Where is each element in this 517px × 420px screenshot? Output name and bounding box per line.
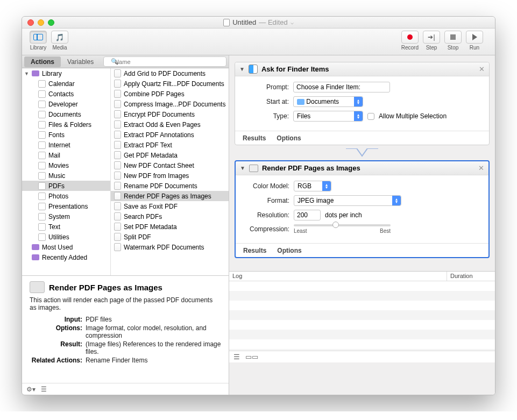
window-close-button[interactable] [27,19,34,26]
options-tab[interactable]: Options [277,247,301,254]
library-item[interactable]: Developer [22,99,110,109]
color-model-label: Color Model: [243,182,289,190]
search-input[interactable] [103,56,226,67]
action-list-item[interactable]: Extract PDF Annotations [111,130,229,140]
results-tab[interactable]: Results [243,134,266,142]
action-list-item[interactable]: Watermark PDF Documents [111,242,229,252]
info-footer: ⚙︎▾ ☰ [22,383,229,395]
library-root[interactable]: ▼Library [22,68,110,79]
start-at-label: Start at: [243,98,289,105]
library-item[interactable]: Files & Folders [22,119,110,130]
tab-variables[interactable]: Variables [61,56,100,67]
window-zoom-button[interactable] [48,19,54,26]
results-tab[interactable]: Results [243,247,266,254]
action-list-item[interactable]: Encrypt PDF Documents [111,109,229,119]
allow-multiple-checkbox[interactable] [367,113,374,120]
options-tab[interactable]: Options [277,134,301,142]
library-action-list[interactable]: Add Grid to PDF DocumentsApply Quartz Fi… [111,68,229,275]
library-toggle-button[interactable] [30,31,47,44]
stop-label: Stop [448,45,459,51]
action-list-item[interactable]: Compress Image...PDF Documents [111,99,229,109]
stop-button[interactable] [444,31,462,44]
format-select[interactable]: JPEG image ▴▾ [294,195,401,206]
library-item[interactable]: Fonts [22,130,110,140]
library-item[interactable]: Presentations [22,201,110,211]
info-row-label: Input: [30,316,82,323]
resolution-input[interactable] [294,210,321,220]
action-list-item[interactable]: Apply Quartz Filt...PDF Documents [111,79,229,89]
expand-info-icon[interactable]: ☰ [41,386,47,393]
info-row-value: PDF files [86,316,221,323]
action-list-item[interactable]: Add Grid to PDF Documents [111,68,229,79]
library-item[interactable]: Documents [22,109,110,119]
action-info-panel: Render PDF Pages as Images This action w… [22,275,229,383]
record-button[interactable] [401,31,419,44]
action-list-item[interactable]: Rename PDF Documents [111,181,229,191]
search-icon: 🔍 [111,58,118,65]
prompt-input[interactable] [293,82,390,92]
action-list-item[interactable]: New PDF Contact Sheet [111,160,229,170]
action-large-icon [30,281,45,293]
library-item[interactable]: PDFs [22,181,110,191]
log-view-grid-icon[interactable]: ▭▭ [245,353,258,361]
gear-menu-icon[interactable]: ⚙︎▾ [26,386,36,393]
library-category-list[interactable]: ▼LibraryCalendarContactsDeveloperDocumen… [22,68,111,275]
library-item[interactable]: Mail [22,150,110,160]
color-model-select[interactable]: RGB ▴▾ [294,181,331,191]
start-at-select[interactable]: Documents ▴▾ [293,96,363,107]
stop-icon [450,34,456,40]
media-button[interactable]: 🎵 [51,31,68,44]
step-button[interactable]: ➔| [423,31,440,44]
record-icon [407,34,413,40]
action-list-item[interactable]: Split PDF [111,232,229,242]
disclosure-triangle-icon[interactable]: ▼ [239,66,245,72]
action-render-pdf-pages[interactable]: ▼ Render PDF Pages as Images ✕ Color Mod… [235,160,490,258]
library-item[interactable]: Calendar [22,79,110,89]
format-value: JPEG image [298,197,334,204]
remove-action-button[interactable]: ✕ [478,164,484,172]
disclosure-triangle-icon[interactable]: ▼ [240,165,245,171]
log-panel: Log Duration ☰ ▭▭ [229,271,495,362]
action-list-item[interactable]: Get PDF Metadata [111,150,229,160]
log-view-list-icon[interactable]: ☰ [233,353,240,361]
library-item[interactable]: Movies [22,160,110,170]
library-item[interactable]: Utilities [22,232,110,242]
type-label: Type: [243,112,289,120]
action-list-item[interactable]: Search PDFs [111,211,229,222]
run-button[interactable] [466,31,483,44]
library-item[interactable]: Internet [22,140,110,150]
log-column-header[interactable]: Log [229,272,447,281]
window-minimize-button[interactable] [38,19,44,26]
action-list-item[interactable]: Combine PDF Pages [111,89,229,99]
title-chevron-icon[interactable]: ⌵ [291,19,294,25]
play-icon [472,34,477,40]
library-smart-item[interactable]: Most Used [22,242,110,252]
action-list-item[interactable]: Extract Odd & Even Pages [111,119,229,130]
action-list-item[interactable]: Set PDF Metadata [111,222,229,232]
action-list-item[interactable]: Extract PDF Text [111,140,229,150]
library-item[interactable]: System [22,211,110,222]
library-smart-item[interactable]: Recently Added [22,252,110,262]
workflow-canvas[interactable]: ▼ Ask for Finder Items ✕ Prompt: Start a… [229,55,495,271]
library-item[interactable]: Music [22,170,110,181]
action-list-item[interactable]: Render PDF Pages as Images [111,191,229,201]
library-item[interactable]: Contacts [22,89,110,99]
tab-actions[interactable]: Actions [24,56,61,67]
action-ask-finder-items[interactable]: ▼ Ask for Finder Items ✕ Prompt: Start a… [235,62,490,145]
finder-icon [249,65,258,74]
slider-thumb[interactable] [332,222,339,228]
action-list-item[interactable]: Save as Foxit PDF [111,201,229,211]
toolbar: Library 🎵 Media Record ➔| Step Stop Run [22,29,495,55]
format-label: Format: [243,197,289,204]
compression-slider[interactable] [294,224,391,226]
action-title: Ask for Finder Items [261,65,329,73]
type-select[interactable]: Files ▴▾ [293,111,363,122]
window-title[interactable]: Untitled — Edited ⌵ [223,18,294,26]
remove-action-button[interactable]: ✕ [479,65,485,73]
library-item[interactable]: Text [22,222,110,232]
color-model-value: RGB [298,182,311,190]
duration-column-header[interactable]: Duration [447,272,495,281]
library-item[interactable]: Photos [22,191,110,201]
library-icon [33,34,43,40]
action-list-item[interactable]: New PDF from Images [111,170,229,181]
